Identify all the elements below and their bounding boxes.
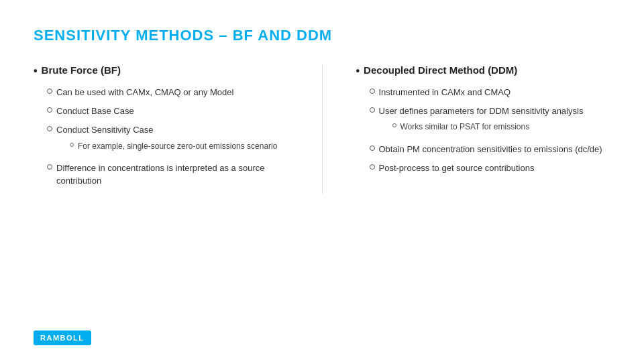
slide: SENSITIVITY METHODS – BF AND DDM • Brute… bbox=[0, 0, 644, 362]
list-item: Obtain PM concentration sensitivities to… bbox=[370, 143, 611, 156]
right-column: • Decoupled Direct Method (DDM) Instrume… bbox=[356, 64, 611, 194]
logo-area: RAMBOLL bbox=[34, 330, 91, 345]
left-heading: • Brute Force (BF) bbox=[34, 64, 288, 77]
left-column: • Brute Force (BF) Can be used with CAMx… bbox=[34, 64, 288, 194]
sub-sub-list: For example, single-source zero-out emis… bbox=[56, 141, 277, 152]
list-item: Instrumented in CAMx and CMAQ bbox=[370, 86, 611, 99]
list-item: User defines parameters for DDM sensitiv… bbox=[370, 105, 611, 137]
bullet-dot-left: • bbox=[34, 65, 38, 77]
list-item: Conduct Base Case bbox=[47, 105, 288, 117]
circle-icon bbox=[370, 88, 375, 94]
circle-icon bbox=[370, 164, 375, 170]
logo: RAMBOLL bbox=[34, 330, 91, 345]
circle-icon bbox=[47, 107, 52, 113]
circle-sm-icon bbox=[392, 123, 396, 127]
slide-title: SENSITIVITY METHODS – BF AND DDM bbox=[34, 27, 610, 44]
list-item: Can be used with CAMx, CMAQ or any Model bbox=[47, 86, 288, 99]
circle-icon bbox=[47, 126, 52, 131]
sub-sub-item: For example, single-source zero-out emis… bbox=[70, 141, 277, 152]
list-item: Post-process to get source contributions bbox=[370, 162, 611, 174]
sub-sub-item: Works similar to PSAT for emissions bbox=[392, 121, 584, 133]
left-list: Can be used with CAMx, CMAQ or any Model… bbox=[34, 86, 288, 187]
list-item: Conduct Sensitivity Case For example, si… bbox=[47, 124, 288, 156]
list-item: Difference in concentrations is interpre… bbox=[47, 162, 288, 186]
circle-icon bbox=[47, 88, 52, 94]
right-heading: • Decoupled Direct Method (DDM) bbox=[356, 64, 611, 77]
circle-icon bbox=[47, 164, 52, 170]
bullet-dot-right: • bbox=[356, 65, 360, 77]
sub-sub-list: Works similar to PSAT for emissions bbox=[379, 121, 584, 133]
circle-sm-icon bbox=[70, 143, 74, 147]
column-divider bbox=[322, 64, 323, 194]
content-area: • Brute Force (BF) Can be used with CAMx… bbox=[34, 64, 610, 194]
circle-icon bbox=[370, 107, 375, 113]
circle-icon bbox=[370, 145, 375, 151]
right-list: Instrumented in CAMx and CMAQ User defin… bbox=[356, 86, 611, 175]
